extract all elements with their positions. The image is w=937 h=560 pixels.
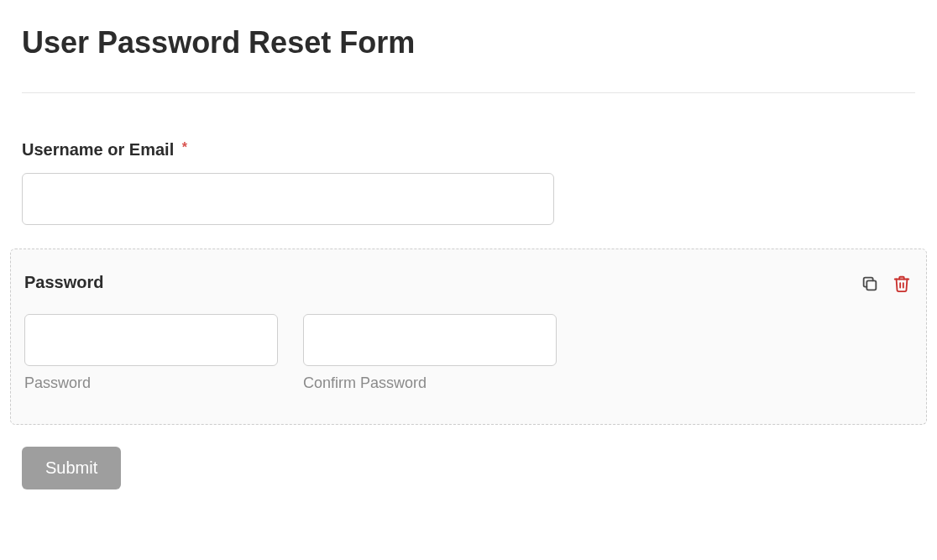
confirm-password-sub-label: Confirm Password — [303, 374, 557, 392]
page-title: User Password Reset Form — [22, 25, 915, 60]
confirm-password-input[interactable] — [303, 314, 557, 366]
username-label: Username or Email * — [22, 140, 187, 160]
password-input[interactable] — [24, 314, 278, 366]
svg-rect-0 — [866, 280, 876, 290]
password-block: Password — [10, 249, 927, 425]
required-star-icon: * — [182, 140, 187, 154]
password-fields-row: Password Confirm Password — [24, 314, 913, 392]
password-block-header: Password — [24, 273, 913, 297]
password-field: Password — [24, 314, 278, 392]
delete-button[interactable] — [891, 273, 913, 297]
confirm-password-field: Confirm Password — [303, 314, 557, 392]
duplicate-button[interactable] — [859, 273, 881, 297]
username-field-section: Username or Email * — [22, 140, 915, 225]
block-actions — [859, 273, 913, 297]
password-sub-label: Password — [24, 374, 278, 392]
title-divider — [22, 92, 915, 93]
submit-button[interactable]: Submit — [22, 447, 121, 489]
trash-icon — [893, 275, 911, 296]
password-block-title: Password — [24, 273, 103, 292]
copy-icon — [861, 275, 879, 296]
username-input[interactable] — [22, 173, 554, 225]
username-label-text: Username or Email — [22, 140, 174, 159]
